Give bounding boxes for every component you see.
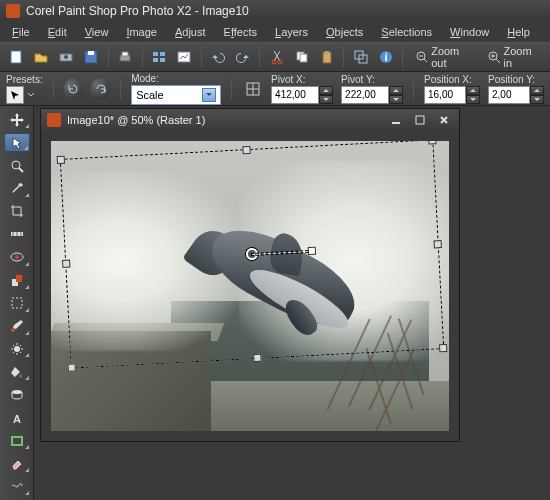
eraser-tool[interactable] (4, 454, 30, 473)
straighten-tool[interactable] (4, 225, 30, 244)
menu-layers[interactable]: Layers (267, 24, 316, 40)
image-content[interactable] (51, 141, 449, 431)
twain-button[interactable] (56, 45, 77, 69)
posx-spinner[interactable] (424, 86, 480, 104)
new-button[interactable] (6, 45, 27, 69)
zoom-in-button[interactable]: Zoom in (481, 43, 544, 71)
selection-tool[interactable] (4, 294, 30, 313)
resize-button[interactable] (350, 45, 371, 69)
redo-button[interactable] (233, 45, 254, 69)
save-button[interactable] (81, 45, 102, 69)
clone-tool[interactable] (4, 271, 30, 290)
down-arrow-icon[interactable] (530, 95, 544, 104)
svg-point-2 (64, 55, 68, 59)
handle-bl[interactable] (67, 363, 75, 371)
flood-tool[interactable] (4, 362, 30, 381)
down-arrow-icon[interactable] (466, 95, 480, 104)
info-button[interactable]: i (375, 45, 396, 69)
pivoty-spinner[interactable] (341, 86, 403, 104)
menu-help[interactable]: Help (499, 24, 538, 40)
dropper-tool[interactable] (4, 179, 30, 198)
separator (120, 79, 121, 99)
down-arrow-icon[interactable] (319, 95, 333, 104)
posx-input[interactable] (424, 86, 466, 104)
redeye-tool[interactable] (4, 248, 30, 267)
lighten-tool[interactable] (4, 340, 30, 359)
pivotx-input[interactable] (271, 86, 319, 104)
up-arrow-icon[interactable] (530, 86, 544, 95)
pick-tool[interactable] (4, 133, 30, 152)
pivot-center-button[interactable] (242, 77, 263, 101)
menu-image[interactable]: Image (118, 24, 165, 40)
text-tool[interactable]: A (4, 408, 30, 427)
posy-spinner[interactable] (488, 86, 544, 104)
down-arrow-icon[interactable] (389, 95, 403, 104)
open-button[interactable] (31, 45, 52, 69)
apply-button[interactable] (91, 78, 110, 100)
separator (108, 47, 109, 67)
menu-window[interactable]: Window (442, 24, 497, 40)
preset-picker[interactable] (6, 86, 24, 104)
zoom-out-icon (415, 50, 427, 64)
svg-rect-49 (416, 116, 424, 124)
shape-tool[interactable] (4, 431, 30, 450)
svg-rect-41 (16, 275, 22, 282)
handle-br[interactable] (439, 344, 447, 352)
paintbrush-tool[interactable] (4, 317, 30, 336)
handle-tl[interactable] (57, 156, 65, 164)
chevron-down-icon (202, 88, 216, 102)
svg-rect-0 (11, 51, 21, 63)
rotation-handle[interactable] (308, 247, 316, 255)
menu-edit[interactable]: Edit (40, 24, 75, 40)
separator (53, 79, 54, 99)
undo-button[interactable] (208, 45, 229, 69)
copy-button[interactable] (291, 45, 312, 69)
up-arrow-icon[interactable] (466, 86, 480, 95)
document-titlebar[interactable]: Image10* @ 50% (Raster 1) (41, 109, 459, 131)
maximize-button[interactable] (411, 112, 429, 128)
mode-dropdown[interactable]: Scale (131, 85, 221, 105)
up-arrow-icon[interactable] (319, 86, 333, 95)
menu-selections[interactable]: Selections (373, 24, 440, 40)
pivotx-spinner[interactable] (271, 86, 333, 104)
handle-tm[interactable] (242, 146, 250, 154)
pivoty-input[interactable] (341, 86, 389, 104)
canvas[interactable] (41, 131, 459, 441)
menu-file[interactable]: File (4, 24, 38, 40)
chevron-down-icon[interactable] (27, 91, 35, 99)
handle-ml[interactable] (62, 260, 70, 268)
warp-tool[interactable] (4, 477, 30, 496)
svg-rect-17 (325, 51, 329, 54)
menu-effects[interactable]: Effects (216, 24, 265, 40)
reset-button[interactable] (64, 78, 83, 100)
handle-bm[interactable] (253, 354, 261, 362)
handle-mr[interactable] (434, 240, 442, 248)
mode-label: Mode: (131, 73, 221, 84)
print-button[interactable] (115, 45, 136, 69)
transform-bounding-box[interactable] (60, 141, 444, 369)
titlebar: Corel Paint Shop Pro Photo X2 - Image10 (0, 0, 550, 22)
separator (413, 79, 414, 99)
express-lab-button[interactable] (174, 45, 195, 69)
svg-rect-10 (160, 58, 165, 62)
up-arrow-icon[interactable] (389, 86, 403, 95)
paste-button[interactable] (316, 45, 337, 69)
menu-adjust[interactable]: Adjust (167, 24, 214, 40)
posy-input[interactable] (488, 86, 530, 104)
cut-button[interactable] (266, 45, 287, 69)
svg-rect-8 (160, 52, 165, 56)
pan-tool[interactable] (4, 110, 30, 129)
menu-view[interactable]: View (77, 24, 117, 40)
crop-tool[interactable] (4, 202, 30, 221)
minimize-button[interactable] (387, 112, 405, 128)
close-button[interactable] (435, 112, 453, 128)
picture-tube-tool[interactable] (4, 385, 30, 404)
pivotx-group: Pivot X: (271, 74, 333, 104)
organizer-button[interactable] (149, 45, 170, 69)
zoom-in-label: Zoom in (504, 45, 538, 69)
zoom-tool[interactable] (4, 156, 30, 175)
zoom-out-button[interactable]: Zoom out (409, 43, 477, 71)
main-toolbar: i Zoom out Zoom in (0, 42, 550, 72)
handle-tr[interactable] (428, 141, 436, 145)
menu-objects[interactable]: Objects (318, 24, 371, 40)
